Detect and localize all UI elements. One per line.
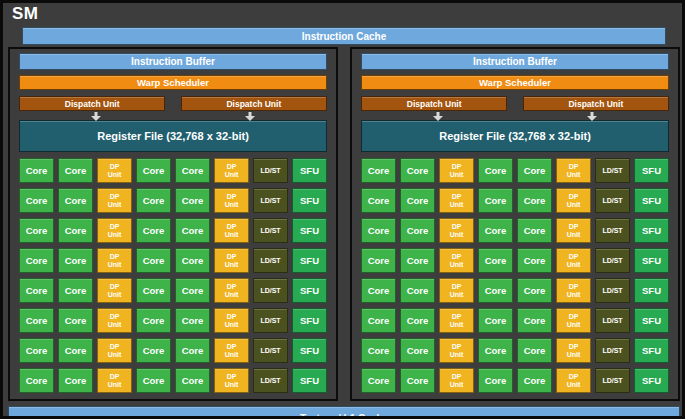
- sfu-cell: SFU: [634, 248, 669, 273]
- dp-unit-cell: DPUnit: [439, 278, 474, 303]
- ldst-cell: LD/ST: [595, 248, 630, 273]
- core-cell: Core: [175, 188, 210, 213]
- dp-unit-cell: DPUnit: [439, 188, 474, 213]
- ldst-cell: LD/ST: [253, 158, 288, 183]
- sfu-cell: SFU: [292, 158, 327, 183]
- sfu-cell: SFU: [634, 338, 669, 363]
- ldst-cell: LD/ST: [253, 308, 288, 333]
- register-file-bar: Register File (32,768 x 32-bit): [361, 120, 669, 152]
- ldst-cell: LD/ST: [595, 308, 630, 333]
- core-cell: Core: [136, 368, 171, 393]
- dp-unit-cell: DPUnit: [556, 278, 591, 303]
- core-grid: CoreCoreDPUnitCoreCoreDPUnitLD/STSFUCore…: [19, 158, 327, 393]
- core-cell: Core: [19, 368, 54, 393]
- core-cell: Core: [136, 218, 171, 243]
- dp-unit-cell: DPUnit: [214, 188, 249, 213]
- core-cell: Core: [175, 158, 210, 183]
- core-cell: Core: [478, 218, 513, 243]
- dispatch-unit: Dispatch Unit: [19, 96, 165, 111]
- dp-unit-cell: DPUnit: [439, 248, 474, 273]
- dp-unit-cell: DPUnit: [556, 338, 591, 363]
- dp-unit-cell: DPUnit: [556, 248, 591, 273]
- core-cell: Core: [19, 278, 54, 303]
- sfu-cell: SFU: [634, 188, 669, 213]
- core-cell: Core: [517, 338, 552, 363]
- core-cell: Core: [361, 188, 396, 213]
- down-arrow-icon: [89, 112, 103, 121]
- core-cell: Core: [175, 368, 210, 393]
- core-cell: Core: [478, 368, 513, 393]
- dp-unit-cell: DPUnit: [214, 158, 249, 183]
- page-title: SM: [12, 4, 39, 24]
- core-cell: Core: [58, 188, 93, 213]
- dp-unit-cell: DPUnit: [97, 338, 132, 363]
- core-cell: Core: [400, 158, 435, 183]
- dispatch-unit: Dispatch Unit: [523, 96, 669, 111]
- core-cell: Core: [175, 278, 210, 303]
- dp-unit-cell: DPUnit: [214, 278, 249, 303]
- core-cell: Core: [361, 278, 396, 303]
- sfu-cell: SFU: [292, 218, 327, 243]
- ldst-cell: LD/ST: [595, 188, 630, 213]
- ldst-cell: LD/ST: [595, 278, 630, 303]
- core-cell: Core: [400, 308, 435, 333]
- sm-partition: Instruction Buffer Warp Scheduler Dispat…: [350, 47, 680, 401]
- warp-scheduler-bar: Warp Scheduler: [19, 75, 327, 90]
- sfu-cell: SFU: [634, 368, 669, 393]
- down-arrow-icon: [243, 112, 257, 121]
- dp-unit-cell: DPUnit: [556, 308, 591, 333]
- dispatch-unit-row: Dispatch Unit Dispatch Unit: [361, 96, 669, 111]
- dp-unit-cell: DPUnit: [97, 308, 132, 333]
- core-cell: Core: [478, 308, 513, 333]
- core-cell: Core: [517, 248, 552, 273]
- ldst-cell: LD/ST: [595, 218, 630, 243]
- sfu-cell: SFU: [292, 368, 327, 393]
- ldst-cell: LD/ST: [595, 158, 630, 183]
- texture-l1-cache-bar: Texture / L1 Cache: [8, 406, 680, 419]
- core-cell: Core: [136, 308, 171, 333]
- core-cell: Core: [400, 248, 435, 273]
- sm-partition: Instruction Buffer Warp Scheduler Dispat…: [8, 47, 338, 401]
- core-cell: Core: [361, 368, 396, 393]
- ldst-cell: LD/ST: [253, 248, 288, 273]
- core-cell: Core: [400, 188, 435, 213]
- dp-unit-cell: DPUnit: [214, 248, 249, 273]
- ldst-cell: LD/ST: [253, 338, 288, 363]
- core-cell: Core: [400, 368, 435, 393]
- core-cell: Core: [136, 338, 171, 363]
- core-cell: Core: [400, 278, 435, 303]
- core-grid: CoreCoreDPUnitCoreCoreDPUnitLD/STSFUCore…: [361, 158, 669, 393]
- core-cell: Core: [175, 308, 210, 333]
- core-cell: Core: [361, 338, 396, 363]
- dp-unit-cell: DPUnit: [97, 188, 132, 213]
- sm-partitions-container: Instruction Buffer Warp Scheduler Dispat…: [8, 47, 680, 401]
- sfu-cell: SFU: [292, 248, 327, 273]
- ldst-cell: LD/ST: [253, 278, 288, 303]
- sm-diagram: { "title": "SM", "instruction_cache_labe…: [0, 0, 685, 419]
- dispatch-arrows-row: [19, 111, 327, 120]
- ldst-cell: LD/ST: [595, 338, 630, 363]
- core-cell: Core: [58, 368, 93, 393]
- core-cell: Core: [517, 278, 552, 303]
- core-cell: Core: [361, 218, 396, 243]
- core-cell: Core: [19, 218, 54, 243]
- ldst-cell: LD/ST: [253, 218, 288, 243]
- dp-unit-cell: DPUnit: [439, 338, 474, 363]
- core-cell: Core: [400, 218, 435, 243]
- core-cell: Core: [175, 338, 210, 363]
- dp-unit-cell: DPUnit: [556, 188, 591, 213]
- dp-unit-cell: DPUnit: [439, 218, 474, 243]
- core-cell: Core: [58, 158, 93, 183]
- down-arrow-icon: [585, 112, 599, 121]
- core-cell: Core: [361, 308, 396, 333]
- core-cell: Core: [361, 248, 396, 273]
- core-cell: Core: [175, 248, 210, 273]
- warp-scheduler-bar: Warp Scheduler: [361, 75, 669, 90]
- sfu-cell: SFU: [292, 188, 327, 213]
- core-cell: Core: [361, 158, 396, 183]
- core-cell: Core: [136, 188, 171, 213]
- dp-unit-cell: DPUnit: [439, 158, 474, 183]
- dp-unit-cell: DPUnit: [214, 338, 249, 363]
- dispatch-unit-row: Dispatch Unit Dispatch Unit: [19, 96, 327, 111]
- register-file-bar: Register File (32,768 x 32-bit): [19, 120, 327, 152]
